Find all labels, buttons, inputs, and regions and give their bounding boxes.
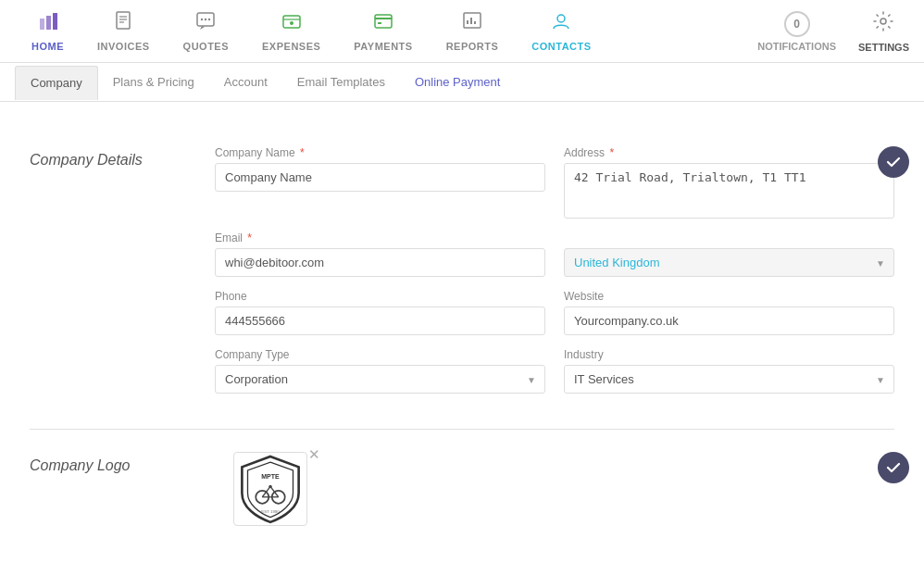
company-logo-section: Company Logo ✕ MPTE (30, 430, 894, 548)
company-logo-save-button[interactable] (878, 452, 909, 483)
contacts-icon (551, 11, 571, 37)
notifications-button[interactable]: 0 NOTIFICATIONS (757, 11, 836, 52)
svg-rect-15 (375, 15, 392, 28)
settings-button[interactable]: SETTINGS (858, 10, 909, 53)
invoice-icon (113, 11, 133, 37)
company-name-group: Company Name * (215, 146, 545, 219)
company-type-select-wrapper: Corporation Sole Trader Partnership LLC … (215, 365, 545, 394)
tab-account[interactable]: Account (209, 66, 282, 100)
country-select[interactable]: United Kingdom United States Germany Fra… (564, 248, 894, 277)
company-details-section: Company Details Company Name * Address * (30, 124, 894, 430)
settings-label: SETTINGS (858, 42, 909, 53)
company-name-required: * (300, 146, 305, 159)
svg-point-8 (201, 18, 203, 19)
industry-select-wrapper: IT Services Finance Healthcare Retail Ma… (564, 365, 894, 394)
logo-area: ✕ MPTE EST 1 (233, 452, 307, 526)
nav-item-invoices[interactable]: INVOICES (81, 2, 167, 61)
form-row-1: Company Name * Address * 42 Trial Road, … (215, 146, 894, 219)
address-label: Address * (564, 146, 894, 159)
industry-label: Industry (564, 348, 894, 361)
nav-quotes-label: QUOTES (183, 41, 229, 52)
nav-right: 0 NOTIFICATIONS SETTINGS (757, 10, 909, 53)
svg-rect-1 (46, 16, 51, 30)
company-type-label: Company Type (215, 348, 545, 361)
email-required: * (247, 231, 252, 244)
nav-item-reports[interactable]: REPORTS (430, 2, 516, 61)
phone-label: Phone (215, 290, 545, 303)
svg-point-22 (557, 15, 565, 22)
nav-invoices-label: INVOICES (97, 41, 150, 52)
company-name-label: Company Name * (215, 146, 545, 159)
address-required: * (609, 146, 614, 159)
nav-reports-label: REPORTS (446, 41, 499, 52)
address-input[interactable]: 42 Trial Road, Trialtown, T1 TT1 (564, 163, 894, 219)
svg-text:MPTE: MPTE (261, 473, 280, 480)
company-logo-title: Company Logo (30, 452, 215, 474)
nav-item-expenses[interactable]: EXPENSES (245, 2, 337, 61)
secondary-tabs: Company Plans & Pricing Account Email Te… (0, 63, 924, 102)
company-type-group: Company Type Corporation Sole Trader Par… (215, 348, 545, 394)
company-name-input[interactable] (215, 163, 545, 192)
svg-point-9 (205, 18, 206, 19)
logo-remove-button[interactable]: ✕ (308, 446, 320, 463)
svg-point-14 (290, 21, 293, 25)
company-details-save-button[interactable] (878, 146, 909, 178)
expenses-icon (281, 11, 302, 37)
notifications-label: NOTIFICATIONS (757, 41, 836, 52)
nav-expenses-label: EXPENSES (262, 41, 320, 52)
top-navigation: HOME INVOICES (0, 0, 924, 63)
tab-email-templates[interactable]: Email Templates (282, 66, 400, 100)
country-select-wrapper: United Kingdom United States Germany Fra… (564, 248, 894, 277)
email-group: Email * (215, 231, 545, 277)
tab-plans-pricing[interactable]: Plans & Pricing (98, 66, 209, 100)
form-row-2: Email * United Kingdom United States Ger… (215, 231, 894, 277)
company-details-form: Company Name * Address * 42 Trial Road, … (215, 146, 894, 407)
tab-company[interactable]: Company (15, 66, 98, 100)
nav-contacts-label: CONTACTS (531, 41, 591, 52)
phone-group: Phone (215, 290, 545, 335)
company-details-title: Company Details (30, 146, 215, 169)
main-content: Company Details Company Name * Address * (0, 102, 924, 563)
website-label: Website (564, 290, 894, 303)
svg-point-29 (268, 485, 272, 489)
svg-rect-17 (378, 22, 381, 24)
nav-home-label: HOME (31, 41, 64, 52)
svg-rect-3 (117, 12, 130, 29)
nav-item-payments[interactable]: PAYMENTS (337, 2, 429, 61)
svg-rect-0 (40, 19, 44, 30)
quotes-icon (195, 11, 216, 37)
svg-rect-2 (53, 13, 57, 30)
country-label (564, 231, 894, 244)
nav-items: HOME INVOICES (15, 2, 757, 61)
country-group: United Kingdom United States Germany Fra… (564, 231, 894, 277)
svg-point-10 (208, 18, 210, 19)
shield-logo-svg: MPTE EST 1990 (238, 452, 303, 526)
industry-select[interactable]: IT Services Finance Healthcare Retail Ma… (564, 365, 894, 394)
reports-icon (462, 11, 482, 37)
phone-input[interactable] (215, 307, 545, 335)
svg-text:EST 1990: EST 1990 (261, 509, 280, 514)
nav-item-quotes[interactable]: QUOTES (167, 2, 245, 61)
address-group: Address * 42 Trial Road, Trialtown, T1 T… (564, 146, 894, 219)
nav-payments-label: PAYMENTS (354, 41, 412, 52)
nav-item-contacts[interactable]: CONTACTS (515, 2, 607, 61)
form-row-3: Phone Website (215, 290, 894, 335)
tab-online-payment[interactable]: Online Payment (400, 66, 516, 100)
nav-item-home[interactable]: HOME (15, 2, 81, 61)
form-row-4: Company Type Corporation Sole Trader Par… (215, 348, 894, 394)
email-label: Email * (215, 231, 545, 244)
website-input[interactable] (564, 307, 894, 335)
website-group: Website (564, 290, 894, 335)
home-icon (38, 11, 58, 37)
industry-group: Industry IT Services Finance Healthcare … (564, 348, 894, 394)
notification-badge: 0 (784, 11, 810, 37)
payments-icon (373, 11, 393, 37)
logo-image: MPTE EST 1990 (233, 452, 307, 526)
svg-point-23 (880, 19, 886, 24)
company-type-select[interactable]: Corporation Sole Trader Partnership LLC (215, 365, 545, 394)
email-input[interactable] (215, 248, 545, 277)
gear-icon (872, 10, 894, 38)
